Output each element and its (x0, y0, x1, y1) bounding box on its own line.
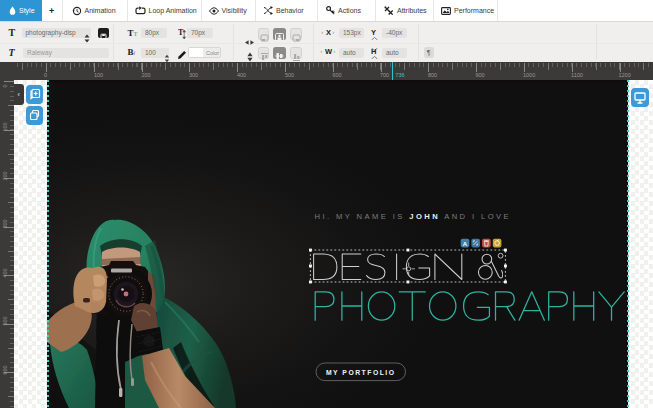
svg-text:HI. MY NAME IS JOHN AND I LOVE: HI. MY NAME IS JOHN AND I LOVE (315, 212, 512, 221)
svg-text:T: T (178, 28, 184, 37)
svg-text:MY PORTFOLIO: MY PORTFOLIO (326, 369, 396, 376)
svg-text:A: A (463, 241, 468, 247)
